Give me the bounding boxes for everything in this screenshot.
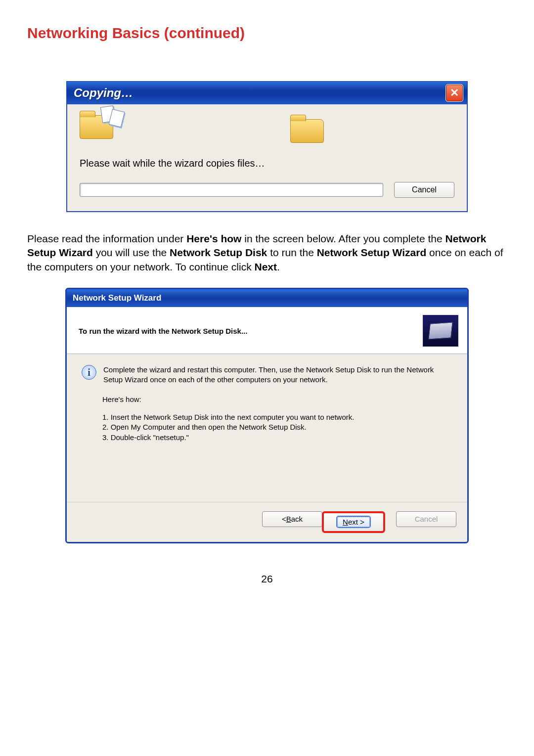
wizard-titlebar: Network Setup Wizard — [67, 289, 467, 307]
wizard-step-2: 2. Open My Computer and then open the Ne… — [102, 422, 452, 432]
heres-how-label: Here's how: — [102, 395, 452, 403]
dialog-titlebar: Copying… ✕ — [67, 82, 467, 104]
destination-folder-icon — [290, 119, 325, 147]
info-icon: i — [82, 365, 96, 380]
back-button[interactable]: < Back — [262, 511, 322, 527]
close-icon: ✕ — [450, 87, 459, 99]
wizard-step-1: 1. Insert the Network Setup Disk into th… — [102, 412, 452, 422]
wizard-header: To run the wizard with the Network Setup… — [67, 307, 467, 354]
network-setup-wizard-dialog: Network Setup Wizard To run the wizard w… — [65, 288, 469, 543]
copy-status-text: Please wait while the wizard copies file… — [80, 158, 454, 169]
next-button[interactable]: Next > — [322, 511, 385, 533]
instruction-paragraph: Please read the information under Here's… — [27, 232, 507, 274]
wizard-header-text: To run the wizard with the Network Setup… — [79, 327, 423, 335]
cancel-button[interactable]: Cancel — [394, 182, 454, 198]
wizard-footer: < Back Next > Cancel — [67, 502, 467, 542]
progress-bar — [80, 183, 383, 197]
source-folder-icon — [80, 115, 127, 147]
wizard-step-3: 3. Double-click "netsetup." — [102, 433, 452, 443]
wizard-info-text: Complete the wizard and restart this com… — [103, 365, 452, 384]
close-button[interactable]: ✕ — [445, 84, 463, 102]
copy-animation — [80, 115, 454, 147]
wizard-steps: 1. Insert the Network Setup Disk into th… — [102, 412, 452, 443]
wizard-title: Network Setup Wizard — [73, 293, 161, 303]
page-number: 26 — [27, 573, 507, 585]
network-devices-icon — [423, 315, 458, 347]
page-title: Networking Basics (continued) — [27, 25, 507, 42]
copying-dialog: Copying… ✕ Please wait while the wizard … — [66, 81, 468, 212]
cancel-button: Cancel — [396, 511, 456, 527]
dialog-title: Copying… — [74, 86, 445, 100]
